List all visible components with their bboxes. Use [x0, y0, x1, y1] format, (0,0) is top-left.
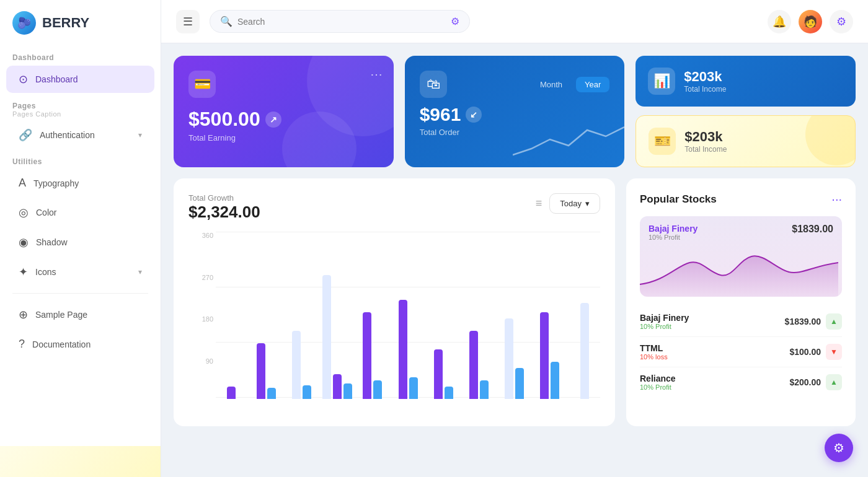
income-blue-text: $203k Total Income [684, 69, 726, 94]
bar-purple-10 [540, 312, 549, 399]
bar-group-3 [286, 232, 317, 399]
bar-blue-3 [303, 385, 311, 399]
income-yellow-card: 🎫 $203k Total Income [636, 115, 856, 167]
avatar: 🧑 [799, 10, 822, 33]
y-label-180: 180 [202, 315, 213, 323]
sidebar-item-documentation[interactable]: ? Documentation [6, 331, 154, 357]
bar-light-4 [322, 275, 331, 399]
bar-purple-7 [434, 349, 443, 399]
bar-purple-2 [257, 343, 265, 399]
sidebar-item-shadow-label: Shadow [36, 237, 68, 247]
stock-2-sub: 10% loss [640, 353, 668, 361]
notification-icon: 🔔 [773, 15, 786, 28]
settings-button[interactable]: ⚙ [830, 10, 853, 33]
sidebar-item-sample-page-label: Sample Page [35, 310, 87, 320]
income-blue-amount: $203k [684, 69, 726, 85]
sidebar-divider [12, 293, 148, 294]
shadow-icon: ◉ [19, 235, 29, 249]
order-top-row: 🛍 Month Year [420, 71, 610, 98]
sidebar-item-shadow[interactable]: ◉ Shadow [6, 229, 154, 256]
year-toggle-button[interactable]: Year [576, 77, 609, 92]
sidebar-item-color[interactable]: ◎ Color [6, 199, 154, 226]
icons-chevron-icon: ▾ [138, 268, 142, 276]
bar-group-11 [570, 232, 600, 399]
bar-light-3 [292, 331, 301, 399]
bar-stack-10 [534, 312, 565, 399]
featured-stock-price: $1839.00 [792, 224, 833, 235]
month-toggle-button[interactable]: Month [531, 77, 571, 92]
bar-stack-5 [357, 312, 388, 399]
main-content: 💳 ⋯ $500.00 ↗ Total Earning 🛍 Month Year… [161, 43, 868, 477]
notification-button[interactable]: 🔔 [768, 10, 791, 33]
chart-bars [216, 232, 600, 399]
stocks-title: Popular Stocks [640, 193, 717, 206]
bar-group-10 [534, 232, 565, 399]
sidebar-item-typography[interactable]: A Typography [6, 170, 154, 196]
fab-button[interactable]: ⚙ [825, 434, 853, 462]
auth-icon: 🔗 [19, 128, 32, 142]
stock-3-info: Reliance 10% Profit [640, 374, 676, 391]
cards-row: 💳 ⋯ $500.00 ↗ Total Earning 🛍 Month Year… [174, 56, 856, 167]
bar-purple-4 [333, 374, 342, 399]
chart-y-labels: 360 270 180 90 [188, 232, 213, 399]
section-pages-label: Pages Pages Caption [0, 94, 161, 120]
avatar-emoji: 🧑 [804, 15, 817, 28]
stock-2-name: TTML [640, 343, 668, 353]
filter-icon[interactable]: ⚙ [451, 15, 459, 27]
stock-2-badge: ▼ [826, 344, 842, 360]
bar-light-11 [580, 303, 589, 399]
stock-chart-area: Bajaj Finery 10% Profit $1839.00 [640, 216, 842, 297]
chart-menu-icon[interactable]: ≡ [536, 197, 542, 210]
down-arrow-icon: ↙ [466, 107, 482, 123]
sidebar-item-color-label: Color [36, 208, 56, 217]
header-right: 🔔 🧑 ⚙ [768, 10, 853, 33]
growth-controls: ≡ Today ▾ [536, 193, 600, 214]
hamburger-button[interactable]: ☰ [176, 10, 200, 33]
sidebar-bottom [0, 446, 161, 477]
stock-row-3: Reliance 10% Profit $200.00 ▲ [640, 367, 842, 397]
sidebar-item-typography-label: Typography [33, 178, 79, 188]
sidebar-item-dashboard-label: Dashboard [35, 74, 78, 84]
stock-3-sub: 10% Profit [640, 383, 676, 391]
search-bar: 🔍 ⚙ [210, 10, 470, 33]
stock-chart-label: Bajaj Finery 10% Profit [649, 224, 698, 241]
sidebar-item-dashboard[interactable]: ⊙ Dashboard [6, 66, 154, 93]
section-utilities-label: Utilities [0, 150, 161, 168]
app-logo: 🫐 BERRY [0, 0, 161, 46]
stock-chart-svg [640, 247, 838, 297]
bar-stack-4 [322, 275, 352, 399]
featured-stock-profit: 10% Profit [649, 234, 698, 241]
bar-light-9 [505, 318, 513, 399]
fab-icon: ⚙ [833, 440, 844, 455]
stock-3-price: $200.00 [789, 377, 821, 387]
income-blue-label: Total Income [684, 85, 726, 94]
bar-group-4 [322, 232, 352, 399]
earning-menu-dots[interactable]: ⋯ [370, 67, 383, 82]
bar-stack-6 [392, 300, 423, 399]
sidebar-item-authentication[interactable]: 🔗 Authentication ▾ [6, 121, 154, 149]
bar-stack-7 [428, 349, 459, 399]
growth-title: Total Growth [188, 193, 260, 203]
bar-group-2 [251, 232, 281, 399]
sidebar-item-sample-page[interactable]: ⊕ Sample Page [6, 301, 154, 328]
bar-stack-2 [251, 343, 281, 399]
bar-purple-5 [363, 312, 371, 399]
stock-row-2: TTML 10% loss $100.00 ▼ [640, 337, 842, 367]
stock-1-right: $1839.00 ▲ [785, 313, 842, 330]
search-input[interactable] [237, 17, 446, 27]
chart-container: 360 270 180 90 [188, 232, 600, 411]
bar-group-8 [464, 232, 494, 399]
stocks-card: Popular Stocks ··· Bajaj Finery 10% Prof… [626, 178, 856, 426]
featured-stock-name: Bajaj Finery [649, 224, 698, 234]
bar-group-1 [216, 232, 246, 399]
stocks-more-button[interactable]: ··· [831, 192, 842, 206]
today-button[interactable]: Today ▾ [549, 193, 600, 214]
stock-1-name: Bajaj Finery [640, 313, 689, 323]
up-arrow-icon: ↗ [265, 112, 281, 128]
sidebar-item-icons[interactable]: ✦ Icons ▾ [6, 258, 154, 286]
income-yellow-amount: $203k [684, 129, 727, 145]
search-icon: 🔍 [220, 15, 232, 27]
bar-blue-2 [267, 388, 276, 399]
bottom-row: Total Growth $2,324.00 ≡ Today ▾ 360 270… [174, 178, 856, 426]
typography-icon: A [19, 177, 26, 190]
